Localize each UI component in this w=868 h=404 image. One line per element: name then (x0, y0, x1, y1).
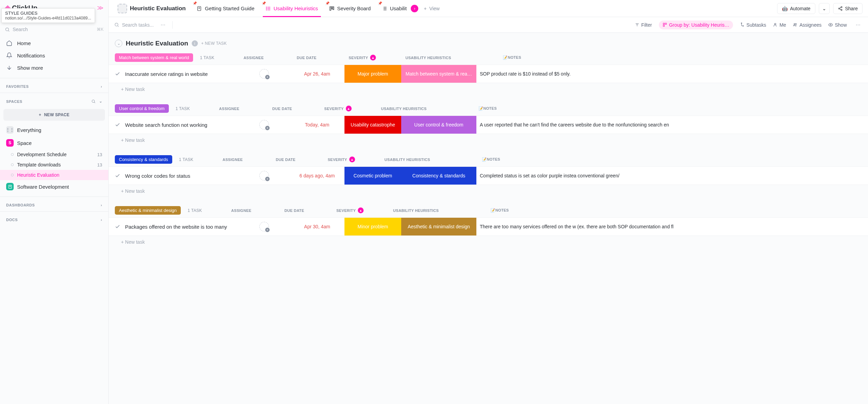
dashboards-header[interactable]: DASHBOARDS › (0, 198, 108, 210)
col-assignee[interactable]: ASSIGNEE (216, 208, 267, 213)
notes-cell[interactable]: There are too many services offered on t… (476, 218, 868, 235)
col-notes[interactable]: 📝NOTES (466, 55, 558, 60)
due-date[interactable]: 6 days ago, 4am (290, 167, 344, 185)
list-item[interactable]: Heuristic Evaluation (0, 170, 108, 180)
task-row[interactable]: Inaccurate service ratings in website Ap… (109, 65, 868, 83)
chevron-down-icon[interactable]: ⌄ (99, 99, 103, 104)
group-pill[interactable]: Match between system & real world (115, 53, 193, 62)
subtasks-button[interactable]: Subtasks (740, 22, 766, 28)
new-space-button[interactable]: + NEW SPACE (3, 109, 105, 121)
search-icon[interactable] (91, 99, 96, 104)
search-input[interactable]: Search ⌘K (0, 25, 108, 34)
sort-icon[interactable]: ▲ (346, 106, 352, 111)
list-item[interactable]: Template downloads 13 (0, 160, 108, 170)
group-pill[interactable]: Aesthetic & minimalist design (115, 206, 181, 215)
software-dev-item[interactable]: Software Development (0, 180, 108, 193)
space-item[interactable]: S Space (0, 136, 108, 149)
col-due[interactable]: DUE DATE (267, 208, 322, 213)
col-due[interactable]: DUE DATE (258, 158, 313, 162)
sort-icon[interactable]: ▲ (370, 55, 376, 60)
tab-getting-started[interactable]: 📌 Getting Started Guide (191, 0, 260, 17)
notes-cell[interactable]: Completed status is set as color purple … (476, 167, 868, 185)
task-row[interactable]: Packages offered on the website is too m… (109, 217, 868, 236)
col-severity[interactable]: SEVERITY▲ (313, 157, 370, 162)
collapse-sidebar-icon[interactable]: ≫ (97, 4, 104, 12)
col-severity[interactable]: SEVERITY▲ (334, 55, 391, 60)
info-icon[interactable]: i (192, 40, 198, 46)
severity-cell[interactable]: Cosmetic problem (344, 167, 401, 185)
assignee-add[interactable] (259, 69, 269, 79)
new-task-row[interactable]: + New task (109, 134, 868, 146)
nav-notifications[interactable]: Notifications (0, 49, 108, 62)
severity-cell[interactable]: Usability catastrophe (344, 116, 401, 134)
severity-cell[interactable]: Major problem (344, 65, 401, 83)
docs-header[interactable]: DOCS › (0, 213, 108, 225)
heuristic-cell[interactable]: Consistency & standards (401, 167, 476, 185)
collapse-all-button[interactable]: ⌄ (115, 40, 122, 47)
more-icon[interactable]: ⋯ (159, 22, 167, 28)
everything-item[interactable]: ⋮⋮ Everything (0, 123, 108, 136)
notes-cell[interactable]: SOP product rate is $10 instead of $5 on… (476, 65, 868, 83)
list-item[interactable]: Development Schedule 13 (0, 149, 108, 160)
spaces-header[interactable]: SPACES ⌄ (0, 94, 108, 106)
col-heuristics[interactable]: USABILITY HEURISTICS (366, 107, 442, 111)
col-assignee[interactable]: ASSIGNEE (228, 56, 279, 60)
heuristic-cell[interactable]: Match between system & rea… (401, 65, 476, 83)
notes-cell[interactable]: A user reported that he can't find the c… (476, 116, 868, 134)
more-icon[interactable]: ⋯ (854, 22, 863, 28)
due-date[interactable]: Apr 30, 4am (290, 218, 344, 235)
favorites-header[interactable]: FAVORITES › (0, 80, 108, 91)
nav-showmore[interactable]: Show more (0, 62, 108, 74)
tab-usability-partial[interactable]: 📌 Usabilit (376, 0, 412, 17)
status-icon[interactable] (115, 71, 120, 77)
col-notes[interactable]: 📝NOTES (445, 157, 537, 162)
nav-home[interactable]: Home (0, 37, 108, 49)
new-task-row[interactable]: + New task (109, 185, 868, 197)
groupby-button[interactable]: Group by: Usability Heuris… (659, 21, 733, 29)
col-due[interactable]: DUE DATE (255, 107, 310, 111)
heuristic-cell[interactable]: User control & freedom (401, 116, 476, 134)
show-button[interactable]: Show (828, 22, 847, 28)
col-assignee[interactable]: ASSIGNEE (204, 107, 255, 111)
task-count: 1 TASK (188, 208, 202, 213)
status-icon[interactable] (115, 122, 120, 127)
severity-cell[interactable]: Minor problem (344, 218, 401, 235)
col-notes[interactable]: 📝NOTES (453, 208, 546, 213)
assignee-add[interactable] (259, 120, 269, 130)
task-row[interactable]: Wrong color codes for status 6 days ago,… (109, 166, 868, 185)
share-button[interactable]: Share (833, 3, 863, 14)
due-date[interactable]: Apr 26, 4am (290, 65, 344, 83)
search-tasks-input[interactable]: Search tasks... (114, 22, 154, 28)
heuristic-cell[interactable]: Aesthetic & minimalist design (401, 218, 476, 235)
filter-button[interactable]: Filter (635, 22, 652, 28)
assignees-button[interactable]: Assignees (793, 22, 822, 28)
me-button[interactable]: Me (773, 22, 786, 28)
col-heuristics[interactable]: USABILITY HEURISTICS (378, 208, 453, 213)
sort-icon[interactable]: ▲ (349, 157, 355, 162)
group-pill[interactable]: Consistency & standards (115, 155, 172, 164)
assignee-add[interactable] (259, 171, 269, 180)
col-notes[interactable]: 📝NOTES (442, 106, 534, 111)
add-view-button[interactable]: + View (418, 0, 445, 17)
col-heuristics[interactable]: USABILITY HEURISTICS (391, 56, 466, 60)
tab-severity-board[interactable]: 📌 Severity Board (324, 0, 376, 17)
automate-dropdown[interactable]: ⌄ (819, 3, 830, 14)
status-icon[interactable] (115, 224, 120, 229)
new-task-row[interactable]: + New task (109, 236, 868, 248)
col-due[interactable]: DUE DATE (279, 56, 334, 60)
due-date[interactable]: Today, 4am (290, 116, 344, 134)
list-title-tab[interactable]: Heuristic Evaluation (112, 0, 191, 17)
col-heuristics[interactable]: USABILITY HEURISTICS (370, 158, 445, 162)
sort-icon[interactable]: ▲ (358, 207, 364, 213)
group-pill[interactable]: User control & freedom (115, 104, 169, 113)
col-severity[interactable]: SEVERITY▲ (322, 207, 378, 213)
status-icon[interactable] (115, 173, 120, 178)
assignee-add[interactable] (259, 222, 269, 231)
new-task-link[interactable]: + NEW TASK (201, 41, 227, 46)
task-row[interactable]: Website search function not working Toda… (109, 116, 868, 134)
automate-button[interactable]: 🤖 Automate (777, 3, 815, 14)
col-severity[interactable]: SEVERITY▲ (310, 106, 366, 111)
col-assignee[interactable]: ASSIGNEE (207, 158, 258, 162)
new-task-row[interactable]: + New task (109, 83, 868, 95)
tab-usability-heuristics[interactable]: 📌 Usability Heiuristics (260, 0, 324, 17)
